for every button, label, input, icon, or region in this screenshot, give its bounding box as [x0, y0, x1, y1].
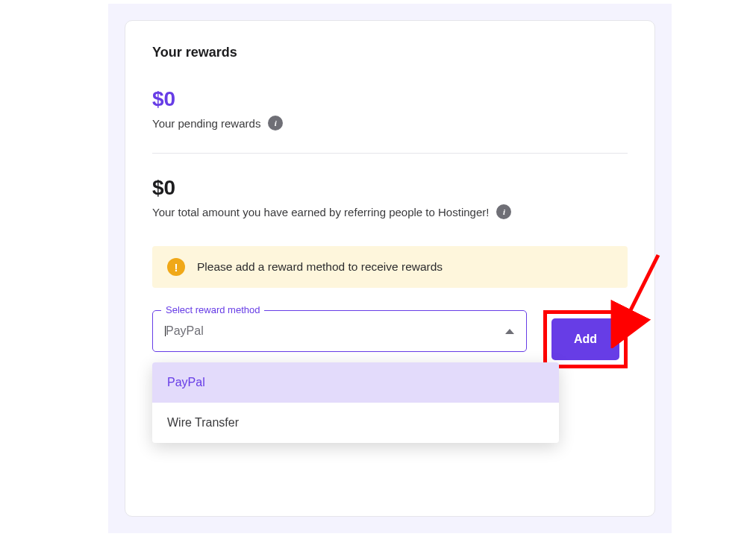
- info-icon[interactable]: i: [496, 204, 511, 219]
- info-icon[interactable]: i: [268, 116, 283, 130]
- select-value: PayPal: [165, 324, 204, 338]
- add-button[interactable]: Add: [551, 318, 619, 360]
- total-label: Your total amount you have earned by ref…: [152, 206, 489, 218]
- select-label: Select reward method: [161, 304, 264, 315]
- card-heading: Your rewards: [152, 45, 628, 60]
- pending-amount: $0: [152, 87, 628, 111]
- reward-method-dropdown: PayPal Wire Transfer: [152, 362, 559, 443]
- reward-method-select[interactable]: PayPal: [152, 310, 527, 352]
- total-label-row: Your total amount you have earned by ref…: [152, 204, 628, 219]
- alert-text: Please add a reward method to receive re…: [197, 260, 443, 274]
- reward-method-row: Select reward method PayPal PayPal Wire …: [152, 310, 628, 368]
- divider: [152, 153, 628, 154]
- caret-up-icon: [505, 329, 514, 334]
- total-rewards-block: $0 Your total amount you have earned by …: [152, 176, 628, 219]
- pending-label: Your pending rewards: [152, 117, 260, 130]
- pending-label-row: Your pending rewards i: [152, 116, 628, 130]
- pending-rewards-block: $0 Your pending rewards i: [152, 87, 628, 130]
- select-wrap: Select reward method PayPal PayPal Wire …: [152, 310, 527, 368]
- annotation-highlight-box: Add: [543, 310, 628, 368]
- rewards-card: Your rewards $0 Your pending rewards i $…: [125, 20, 655, 517]
- warning-icon: !: [167, 258, 185, 276]
- dropdown-option-paypal[interactable]: PayPal: [152, 362, 559, 403]
- dropdown-option-wire-transfer[interactable]: Wire Transfer: [152, 403, 559, 443]
- alert-banner: ! Please add a reward method to receive …: [152, 246, 628, 288]
- total-amount: $0: [152, 176, 628, 200]
